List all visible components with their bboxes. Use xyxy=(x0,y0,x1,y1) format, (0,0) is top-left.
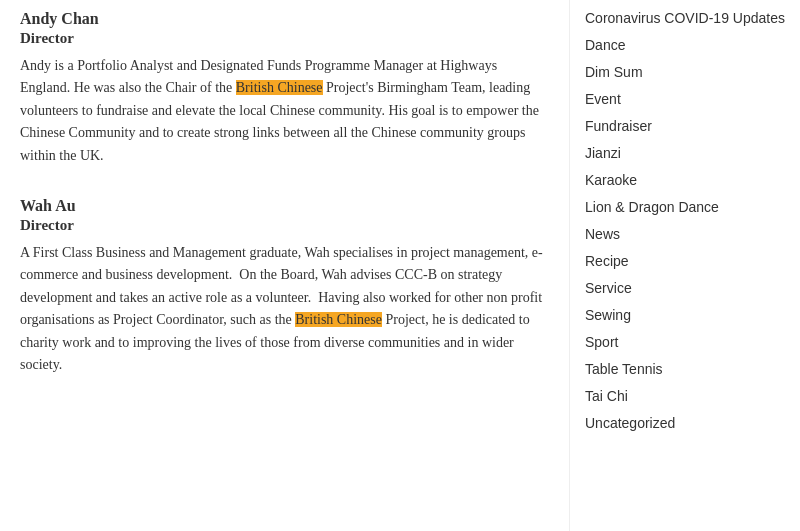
sidebar-link-karaoke[interactable]: Karaoke xyxy=(585,172,637,188)
list-item[interactable]: Fundraiser xyxy=(585,113,785,140)
list-item[interactable]: Sewing xyxy=(585,302,785,329)
list-item[interactable]: Lion & Dragon Dance xyxy=(585,194,785,221)
person-role-andy: Director xyxy=(20,30,549,47)
sidebar-link-dimsum[interactable]: Dim Sum xyxy=(585,64,643,80)
list-item[interactable]: Sport xyxy=(585,329,785,356)
sidebar-link-covid[interactable]: Coronavirus COVID-19 Updates xyxy=(585,10,785,26)
person-bio-andy: Andy is a Portfolio Analyst and Designat… xyxy=(20,55,549,167)
list-item[interactable]: News xyxy=(585,221,785,248)
sidebar-link-news[interactable]: News xyxy=(585,226,620,242)
list-item[interactable]: Event xyxy=(585,86,785,113)
list-item[interactable]: Coronavirus COVID-19 Updates xyxy=(585,5,785,32)
sidebar-link-fundraiser[interactable]: Fundraiser xyxy=(585,118,652,134)
sidebar-link-service[interactable]: Service xyxy=(585,280,632,296)
list-item[interactable]: Karaoke xyxy=(585,167,785,194)
sidebar-link-event[interactable]: Event xyxy=(585,91,621,107)
list-item[interactable]: Dim Sum xyxy=(585,59,785,86)
sidebar-link-sport[interactable]: Sport xyxy=(585,334,618,350)
highlight-british-chinese-2: British Chinese xyxy=(295,312,382,327)
person-name-andy: Andy Chan xyxy=(20,10,549,28)
person-bio-wah: A First Class Business and Management gr… xyxy=(20,242,549,376)
sidebar-link-sewing[interactable]: Sewing xyxy=(585,307,631,323)
sidebar: Coronavirus COVID-19 Updates Dance Dim S… xyxy=(570,0,800,531)
list-item[interactable]: Table Tennis xyxy=(585,356,785,383)
highlight-british-chinese-1: British Chinese xyxy=(236,80,323,95)
sidebar-list: Coronavirus COVID-19 Updates Dance Dim S… xyxy=(585,5,785,437)
person-role-wah: Director xyxy=(20,217,549,234)
sidebar-link-jianzi[interactable]: Jianzi xyxy=(585,145,621,161)
list-item[interactable]: Dance xyxy=(585,32,785,59)
list-item[interactable]: Service xyxy=(585,275,785,302)
person-name-wah: Wah Au xyxy=(20,197,549,215)
person-block-wah: Wah Au Director A First Class Business a… xyxy=(20,197,549,376)
list-item[interactable]: Uncategorized xyxy=(585,410,785,437)
list-item[interactable]: Jianzi xyxy=(585,140,785,167)
sidebar-link-tabletennis[interactable]: Table Tennis xyxy=(585,361,663,377)
sidebar-link-lion-dragon[interactable]: Lion & Dragon Dance xyxy=(585,199,719,215)
sidebar-link-uncategorized[interactable]: Uncategorized xyxy=(585,415,675,431)
person-block-andy: Andy Chan Director Andy is a Portfolio A… xyxy=(20,10,549,167)
main-content: Andy Chan Director Andy is a Portfolio A… xyxy=(0,0,570,531)
sidebar-link-recipe[interactable]: Recipe xyxy=(585,253,629,269)
sidebar-link-dance[interactable]: Dance xyxy=(585,37,625,53)
list-item[interactable]: Recipe xyxy=(585,248,785,275)
sidebar-link-taichi[interactable]: Tai Chi xyxy=(585,388,628,404)
list-item[interactable]: Tai Chi xyxy=(585,383,785,410)
